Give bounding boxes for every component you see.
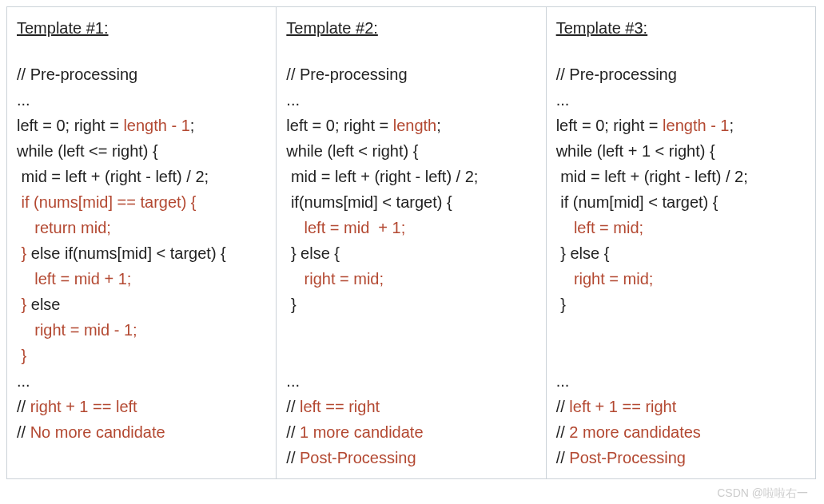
code-text: } [556, 296, 566, 313]
code-line: if (nums[mid] == target) { [17, 189, 271, 215]
code-text: } [286, 296, 296, 313]
code-line: // left + 1 == right [556, 394, 810, 419]
code-text: ; [729, 117, 734, 134]
code-text: // Pre-processing [286, 65, 407, 83]
code-text: } else { [286, 244, 340, 262]
code-text: ... [286, 91, 300, 109]
code-line: ... [556, 368, 810, 394]
code-line: // Post-Processing [556, 445, 810, 470]
code-line: } [286, 292, 540, 317]
code-text: left = 0; right = [556, 117, 663, 134]
code-highlight: length - 1 [123, 117, 189, 134]
code-line: left = mid + 1; [286, 215, 540, 240]
code-line: ... [286, 368, 540, 394]
code-text: ... [556, 372, 570, 390]
code-text: while (left < right) { [286, 142, 418, 160]
template-column-1: Template #1:// Pre-processing...left = 0… [7, 7, 277, 478]
code-line: // Pre-processing [286, 62, 540, 87]
code-text: left = 0; right = [286, 117, 392, 134]
code-line: while (left <= right) { [17, 138, 271, 164]
code-line: } else { [286, 240, 540, 266]
code-text: // [17, 423, 30, 441]
code-line: ... [17, 368, 271, 394]
code-text: while (left + 1 < right) { [556, 142, 715, 160]
code-line: while (left < right) { [286, 138, 540, 164]
code-line: while (left + 1 < right) { [556, 138, 810, 164]
template-title: Template #3: [556, 15, 810, 41]
code-highlight: left + 1 == right [569, 398, 676, 415]
code-text: if(nums[mid] < target) { [286, 193, 452, 211]
code-highlight: length [393, 117, 437, 134]
code-highlight: left == right [300, 398, 380, 415]
code-line: } [556, 292, 810, 317]
code-text: // [17, 398, 30, 415]
template-column-2: Template #2:// Pre-processing...left = 0… [277, 7, 546, 478]
code-line: ... [17, 87, 271, 113]
code-line: ... [286, 87, 540, 113]
template-column-3: Template #3:// Pre-processing...left = 0… [547, 7, 815, 478]
code-highlight: if (nums[mid] == target) { [17, 193, 197, 211]
code-line: // No more candidate [17, 419, 271, 445]
code-text: // [556, 398, 570, 415]
code-line: mid = left + (right - left) / 2; [286, 164, 540, 189]
code-line: left = mid + 1; [17, 266, 271, 292]
code-highlight: left = mid + 1; [17, 270, 131, 288]
code-line: // Pre-processing [17, 62, 271, 87]
code-highlight: right = mid - 1; [17, 321, 137, 339]
code-text: // Pre-processing [556, 65, 677, 83]
code-line: if(nums[mid] < target) { [286, 189, 540, 215]
code-line: left = 0; right = length; [286, 113, 540, 138]
code-line: mid = left + (right - left) / 2; [556, 164, 810, 189]
code-text: ... [17, 372, 30, 390]
code-line: // Post-Processing [286, 445, 540, 470]
code-highlight: Post-Processing [569, 449, 686, 466]
code-line: right = mid; [286, 266, 540, 292]
code-text: // [286, 398, 300, 415]
code-line [286, 317, 540, 343]
code-line: } else [17, 292, 271, 317]
code-text: ... [286, 372, 300, 390]
code-line: right = mid; [556, 266, 810, 292]
code-highlight: 1 more candidate [300, 423, 424, 441]
code-text: else [26, 296, 60, 313]
code-highlight: right + 1 == left [30, 398, 137, 415]
code-line [556, 343, 810, 368]
code-text: mid = left + (right - left) / 2; [286, 168, 478, 185]
code-line: } else if(nums[mid] < target) { [17, 240, 271, 266]
code-text: // [286, 449, 300, 466]
code-text: if (num[mid] < target) { [556, 193, 719, 211]
code-text: ; [190, 117, 195, 134]
code-text: // [556, 423, 570, 441]
code-line [286, 343, 540, 368]
code-line: } [17, 343, 271, 368]
template-table: Template #1:// Pre-processing...left = 0… [6, 6, 816, 479]
code-highlight: } [17, 347, 26, 364]
code-text: // [286, 423, 300, 441]
code-line: left = 0; right = length - 1; [556, 113, 810, 138]
code-text: ... [556, 91, 570, 109]
code-line: left = mid; [556, 215, 810, 240]
code-text: ... [17, 91, 30, 109]
code-line: // 1 more candidate [286, 419, 540, 445]
code-highlight: } [17, 296, 26, 313]
code-line [556, 317, 810, 343]
code-line: left = 0; right = length - 1; [17, 113, 271, 138]
code-highlight: 2 more candidates [569, 423, 701, 441]
code-line: return mid; [17, 215, 271, 240]
code-text: ; [436, 117, 441, 134]
code-highlight: Post-Processing [300, 449, 416, 466]
code-line: // Pre-processing [556, 62, 810, 87]
code-line: ... [556, 87, 810, 113]
code-line: } else { [556, 240, 810, 266]
code-line: // right + 1 == left [17, 394, 271, 419]
code-highlight: length - 1 [663, 117, 729, 134]
code-line: // left == right [286, 394, 540, 419]
code-text: } else { [556, 244, 610, 262]
code-line: if (num[mid] < target) { [556, 189, 810, 215]
template-title: Template #1: [17, 15, 271, 41]
code-line: right = mid - 1; [17, 317, 271, 343]
template-title: Template #2: [286, 15, 540, 41]
code-highlight: left = mid + 1; [286, 219, 405, 236]
code-highlight: return mid; [17, 219, 111, 236]
code-text: while (left <= right) { [17, 142, 158, 160]
